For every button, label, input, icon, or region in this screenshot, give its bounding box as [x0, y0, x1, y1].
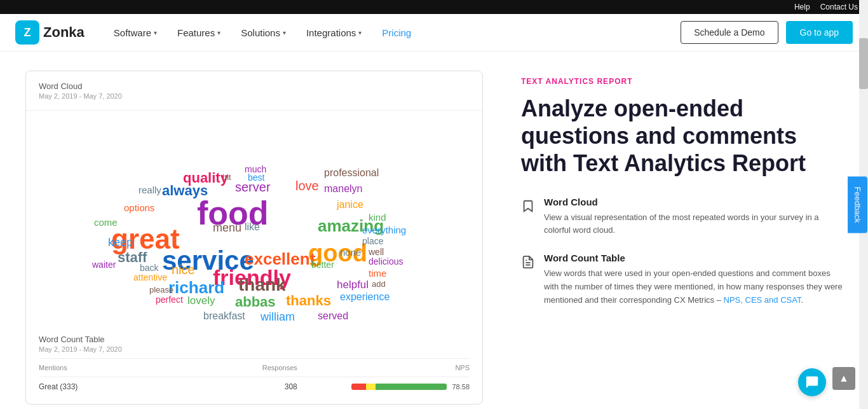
- word-cloud-word: really: [139, 185, 161, 195]
- word-cloud-date: May 2, 2019 - May 7, 2020: [39, 92, 470, 100]
- scrollbar-thumb[interactable]: [859, 38, 868, 89]
- word-cloud-word: add: [372, 280, 386, 288]
- word-cloud-word: best: [248, 173, 264, 182]
- col-mentions-header: Mentions: [39, 364, 211, 371]
- word-cloud-word: kind: [369, 212, 386, 222]
- word-cloud-word: professional: [324, 168, 379, 178]
- word-cloud-word: place: [362, 237, 383, 246]
- nps-green-segment: [376, 384, 447, 390]
- word-cloud-word: better: [311, 260, 334, 269]
- word-cloud-feature-desc: View a visual representation of the most…: [544, 211, 843, 238]
- word-cloud-word: come: [94, 218, 118, 227]
- col-responses-header: Responses: [211, 364, 297, 371]
- chat-bubble-button[interactable]: [798, 368, 826, 396]
- word-cloud-feature-title: Word Cloud: [544, 197, 843, 207]
- word-cloud-word: manelyn: [324, 184, 362, 194]
- word-cloud-word: breakfast: [203, 311, 245, 321]
- nps-red-segment: [351, 384, 366, 390]
- word-cloud-title: Word Cloud: [39, 81, 470, 91]
- nav-software[interactable]: Software ▾: [104, 22, 167, 43]
- word-cloud-word: none: [340, 247, 361, 257]
- word-cloud-word: richard: [168, 279, 224, 296]
- word-cloud-word: nice: [172, 263, 195, 276]
- nps-cell: 78.58: [297, 383, 470, 391]
- scroll-up-button[interactable]: ▲: [832, 367, 855, 390]
- left-panel: Word Cloud May 2, 2019 - May 7, 2020 foo…: [25, 71, 483, 405]
- nav-actions: Schedule a Demo Go to app: [681, 21, 853, 44]
- scroll-up-icon: ▲: [839, 373, 849, 384]
- bookmark-icon: [521, 198, 535, 214]
- logo[interactable]: Z Zonka: [15, 20, 85, 45]
- nav-pricing[interactable]: Pricing: [372, 22, 421, 43]
- chevron-down-icon: ▾: [358, 29, 362, 36]
- nav-integrations[interactable]: Integrations ▾: [296, 22, 372, 43]
- word-count-feature-content: Word Count Table View words that were us…: [544, 253, 843, 307]
- word-cloud-visual: foodgreatservicegoodfriendlyamazingexcel…: [26, 111, 482, 327]
- word-cloud-word: lovely: [187, 295, 215, 306]
- mention-cell: Great (333): [39, 382, 211, 391]
- nav-solutions[interactable]: Solutions ▾: [231, 22, 296, 43]
- contact-link[interactable]: Contact Us: [820, 3, 858, 11]
- logo-text: Zonka: [43, 24, 85, 41]
- chevron-down-icon: ▾: [283, 29, 286, 36]
- word-cloud-word: like: [245, 222, 260, 232]
- top-bar: Help Contact Us: [0, 0, 868, 14]
- word-cloud-word: perfect: [156, 295, 183, 304]
- word-cloud-word: abbas: [235, 295, 276, 309]
- nps-score: 78.58: [452, 383, 470, 391]
- word-cloud-card: Word Cloud May 2, 2019 - May 7, 2020 foo…: [25, 71, 483, 405]
- word-cloud-section: Word Cloud May 2, 2019 - May 7, 2020: [26, 71, 482, 111]
- chevron-down-icon: ▾: [217, 29, 220, 36]
- feature-word-count: Word Count Table View words that were us…: [521, 253, 843, 307]
- word-cloud-word: experience: [340, 292, 390, 302]
- word-cloud-word: excellent: [245, 251, 315, 267]
- report-label: TEXT ANALYTICS REPORT: [521, 77, 843, 86]
- col-nps-header: NPS: [297, 364, 470, 371]
- word-cloud-word: everything: [362, 225, 406, 235]
- document-icon: [521, 254, 535, 270]
- navigation: Z Zonka Software ▾ Features ▾ Solutions …: [0, 14, 868, 52]
- word-cloud-word: janice: [337, 200, 363, 210]
- help-link[interactable]: Help: [794, 3, 810, 11]
- word-cloud-word: back: [140, 263, 159, 272]
- word-cloud-word: served: [318, 311, 348, 321]
- word-cloud-word: keep: [108, 237, 133, 248]
- word-cloud-word: william: [261, 311, 295, 322]
- word-cloud-word: options: [124, 203, 154, 212]
- feedback-tab[interactable]: Feedback: [848, 176, 867, 233]
- word-cloud-word: server: [235, 181, 271, 193]
- table-row: Great (333) 308 78.58: [39, 377, 470, 396]
- word-cloud-word: menu: [213, 222, 241, 233]
- word-cloud-word: well: [369, 247, 384, 256]
- word-count-title: Word Count Table: [39, 335, 470, 344]
- chevron-down-icon: ▾: [154, 29, 157, 36]
- word-cloud-word: thank: [238, 276, 286, 294]
- word-cloud-word: thanks: [286, 294, 331, 308]
- nav-features[interactable]: Features ▾: [167, 22, 231, 43]
- table-header: Mentions Responses NPS: [39, 359, 470, 377]
- word-count-table-section: Word Count Table May 2, 2019 - May 7, 20…: [26, 327, 482, 404]
- wc-container: foodgreatservicegoodfriendlyamazingexcel…: [51, 123, 458, 308]
- word-cloud-word: attentive: [133, 273, 167, 282]
- word-count-feature-title: Word Count Table: [544, 253, 843, 263]
- nps-yellow-segment: [366, 384, 376, 390]
- responses-cell: 308: [211, 382, 297, 391]
- schedule-demo-button[interactable]: Schedule a Demo: [681, 21, 778, 44]
- word-cloud-word: please: [149, 286, 173, 294]
- word-cloud-word: love: [295, 179, 319, 192]
- main-content: Word Cloud May 2, 2019 - May 7, 2020 foo…: [0, 52, 868, 409]
- feature-word-cloud: Word Cloud View a visual representation …: [521, 197, 843, 238]
- word-cloud-feature-content: Word Cloud View a visual representation …: [544, 197, 843, 238]
- go-to-app-button[interactable]: Go to app: [786, 21, 853, 44]
- logo-icon: Z: [15, 20, 39, 45]
- nps-bar: [351, 384, 447, 390]
- word-count-date: May 2, 2019 - May 7, 2020: [39, 345, 470, 353]
- word-count-feature-desc: View words that were used in your open-e…: [544, 267, 843, 307]
- word-cloud-word: bit: [222, 173, 231, 181]
- word-cloud-word: time: [369, 268, 386, 278]
- word-cloud-word: delicious: [369, 257, 403, 266]
- word-cloud-word: helpful: [337, 279, 369, 290]
- nav-items: Software ▾ Features ▾ Solutions ▾ Integr…: [104, 22, 681, 43]
- right-panel: TEXT ANALYTICS REPORT Analyze open-ended…: [521, 71, 843, 405]
- word-cloud-word: always: [162, 184, 208, 198]
